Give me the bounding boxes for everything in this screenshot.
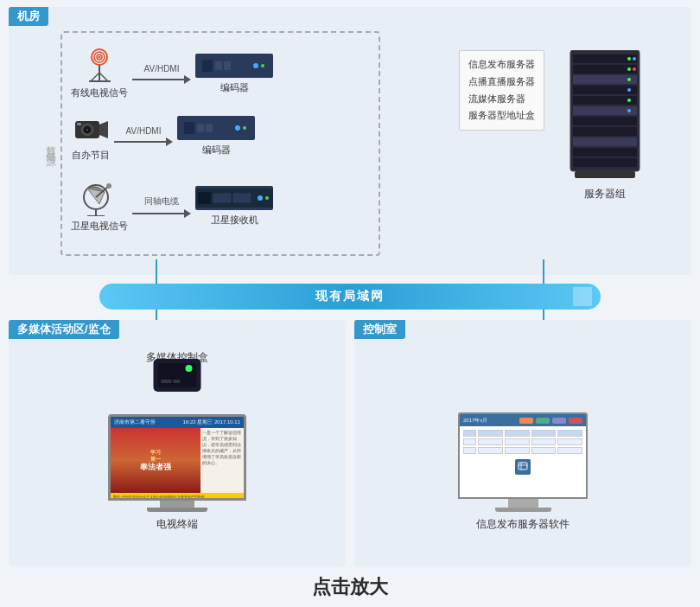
svg-point-37 (265, 196, 269, 200)
svg-rect-44 (573, 106, 637, 115)
mon-cell-e2 (478, 447, 503, 454)
server-info-2: 点播直播服务器 (468, 73, 535, 91)
encoder-2-unit (177, 116, 255, 140)
svg-point-57 (627, 109, 631, 112)
lan-label: 现有局域网 (315, 289, 385, 304)
mon-btn-3 (552, 418, 566, 424)
source-3-label: 卫星电视信号 (71, 220, 128, 233)
signal-row-3: 卫星电视信号 同轴电缆 (71, 180, 387, 233)
receiver-col: 卫星接收机 (195, 186, 273, 227)
conn-1-text: AV/HDMI (144, 64, 180, 73)
mon-icon (515, 459, 531, 475)
svg-rect-62 (174, 380, 181, 383)
signal-row-1: 有线电视信号 AV/HDMI (71, 48, 387, 99)
mon-cell-d4 (531, 438, 557, 445)
server-info-4: 服务器型地址盒 (468, 107, 535, 125)
encoder-1-svg (200, 56, 269, 75)
svg-point-55 (627, 88, 631, 92)
source-1-label: 有线电视信号 (71, 86, 128, 99)
mon-cell-h3 (505, 430, 530, 437)
jifang-label: 机房 (9, 7, 48, 26)
monitor-screen: 2017年x月 (458, 412, 588, 499)
svg-marker-19 (99, 121, 108, 138)
tv-label: 电视终端 (108, 517, 246, 532)
control-section: 控制室 2017年x月 (354, 320, 691, 566)
mon-cell-d3 (505, 438, 530, 445)
encoder-1-col: 编码器 (195, 54, 273, 94)
svg-rect-46 (573, 127, 637, 136)
mon-header-row (463, 430, 582, 437)
server-rack: 服务器组 (553, 50, 657, 201)
mon-content (460, 426, 586, 478)
svg-point-18 (86, 129, 88, 131)
svg-rect-43 (573, 96, 637, 105)
mon-data-row-1 (463, 438, 582, 445)
click-enlarge[interactable]: 点击放大 (0, 574, 700, 600)
mon-icon-svg (518, 462, 528, 472)
server-rack-svg (562, 50, 648, 180)
server-group-label: 服务器组 (553, 187, 657, 201)
svg-rect-47 (573, 137, 637, 146)
tv-bottom-text: 警告: 任何不符合社会主义核心价值观的行为将受到严厉惩处。 (113, 495, 208, 499)
encoder-2-label: 编码器 (202, 144, 231, 157)
svg-line-7 (99, 73, 108, 81)
signal-row-2: 自办节目 AV/HDMI (71, 111, 387, 162)
tv-main-text: 学习 第一 奉法者强 (140, 449, 171, 473)
receiver-unit (195, 186, 273, 210)
mon-cell-e4 (531, 447, 557, 454)
svg-rect-22 (184, 122, 194, 134)
tv-content: 学习 第一 奉法者强 一是一个了解这些情况，学到了很多知识，使学员感受到法律条文… (111, 428, 244, 493)
mon-btn-1 (519, 418, 533, 424)
mon-cell-h5 (557, 430, 582, 437)
bottom-row: 多媒体活动区/监仓 多媒体控制盒 济南市第二看守所 16:22 星期三 2017… (9, 320, 691, 566)
svg-point-50 (627, 57, 631, 61)
tv-stand (160, 501, 194, 508)
monitor-base (495, 508, 551, 512)
tv-base (147, 508, 207, 512)
mon-cell-d5 (557, 438, 582, 445)
server-info-box: 信息发布服务器 点播直播服务器 流媒体服务器 服务器型地址盒 (459, 50, 544, 131)
svg-rect-34 (213, 194, 231, 202)
svg-rect-24 (206, 124, 213, 132)
tv-bottom-bar: 警告: 任何不符合社会主义核心价值观的行为将受到严厉惩处。 (111, 493, 244, 500)
svg-point-52 (627, 67, 631, 71)
lan-bar-circle (573, 287, 592, 306)
click-enlarge-text[interactable]: 点击放大 (312, 576, 388, 597)
tv-time: 16:22 星期三 2017.10.11 (183, 419, 240, 426)
svg-point-29 (106, 183, 111, 188)
svg-point-13 (261, 64, 264, 67)
source-2-label: 自办节目 (72, 149, 110, 162)
svg-rect-11 (224, 61, 231, 70)
svg-rect-40 (573, 65, 637, 73)
control-room-label: 控制室 (354, 320, 405, 339)
mon-cell-d2 (478, 438, 503, 445)
svg-point-26 (243, 126, 246, 130)
svg-rect-61 (162, 380, 172, 383)
camera-icon (71, 111, 110, 145)
receiver-svg (195, 188, 273, 208)
server-info-1: 信息发布服务器 (468, 56, 535, 73)
encoder-2-col: 编码器 (177, 116, 255, 157)
mon-cell-e3 (505, 447, 530, 454)
receiver-label: 卫星接收机 (211, 214, 258, 227)
mon-icon-row (463, 459, 582, 475)
control-box-svg (158, 363, 197, 387)
svg-point-51 (633, 57, 636, 61)
conn-2-text: AV/HDMI (126, 126, 162, 136)
conn-2: AV/HDMI (114, 126, 173, 146)
svg-point-25 (235, 125, 240, 131)
svg-rect-48 (573, 148, 637, 157)
mon-data-row-2 (463, 447, 582, 454)
mon-topbar: 2017年x月 (460, 414, 586, 426)
tv-screen: 济南市第二看守所 16:22 星期三 2017.10.11 学习 第一 奉法者强… (108, 414, 246, 501)
svg-point-3 (98, 56, 100, 59)
multimedia-label: 多媒体活动区/监仓 (9, 320, 119, 339)
encoder-2-svg (181, 118, 251, 137)
mon-cell-h1 (463, 430, 476, 437)
tv-terminal: 济南市第二看守所 16:22 星期三 2017.10.11 学习 第一 奉法者强… (108, 414, 246, 532)
tv-title: 济南市第二看守所 (114, 419, 156, 426)
svg-point-36 (258, 195, 263, 201)
multimedia-control-box (154, 359, 201, 392)
encoder-1-label: 编码器 (220, 81, 249, 94)
svg-rect-58 (575, 171, 635, 178)
